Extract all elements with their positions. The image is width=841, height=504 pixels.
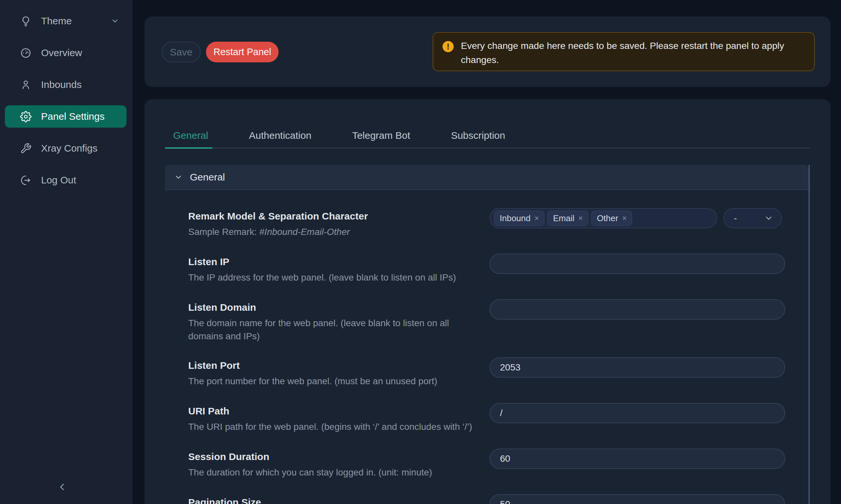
field-description: Sample Remark: #Inbound-Email-Other	[188, 226, 513, 238]
sidebar-item-inbounds[interactable]: Inbounds	[5, 73, 126, 96]
gear-icon	[20, 111, 32, 122]
toolbar-card: Save Restart Panel ! Every change made h…	[144, 16, 830, 87]
save-button[interactable]: Save	[161, 42, 201, 62]
tab-authentication[interactable]: Authentication	[241, 127, 320, 144]
alert-text: Every change made here needs to be saved…	[461, 39, 806, 67]
general-form: Remark Model & Separation Character Samp…	[165, 191, 808, 504]
tab-general[interactable]: General	[165, 127, 217, 144]
sidebar-item-label: Log Out	[41, 175, 76, 186]
form-row-uri-path: URI Path The URI path for the web panel.…	[188, 404, 788, 434]
chevron-down-icon	[174, 173, 183, 181]
tab-subscription[interactable]: Subscription	[443, 127, 513, 144]
sidebar-item-label: Panel Settings	[41, 111, 104, 122]
listen-domain-input[interactable]	[490, 299, 785, 320]
tab-telegram-bot[interactable]: Telegram Bot	[344, 127, 418, 144]
tag-label: Other	[597, 213, 618, 223]
gauge-icon	[20, 47, 32, 59]
tabs: General Authentication Telegram Bot Subs…	[165, 127, 538, 144]
field-description: The URI path for the web panel. (begins …	[188, 420, 513, 433]
restart-panel-button[interactable]: Restart Panel	[206, 42, 279, 62]
tag-inbound: Inbound×	[494, 211, 544, 226]
remark-model-multiselect[interactable]: Inbound× Email× Other×	[490, 208, 717, 228]
main-content: Save Restart Panel ! Every change made h…	[132, 0, 841, 504]
sidebar-item-label: Inbounds	[41, 79, 82, 90]
sidebar-item-theme[interactable]: Theme	[5, 10, 126, 32]
general-section-header[interactable]: General	[165, 165, 808, 190]
field-label: Listen Domain	[188, 300, 477, 315]
sidebar-collapse-button[interactable]	[56, 481, 68, 493]
warning-alert: ! Every change made here needs to be sav…	[433, 32, 815, 71]
remove-tag-icon[interactable]: ×	[578, 214, 582, 223]
field-description: The domain name for the web panel. (leav…	[188, 317, 477, 343]
form-row-remark-model: Remark Model & Separation Character Samp…	[188, 209, 788, 239]
warning-icon: !	[443, 41, 454, 52]
remove-tag-icon[interactable]: ×	[534, 214, 539, 223]
field-description: The port number for the web panel. (must…	[188, 375, 513, 388]
form-row-listen-domain: Listen Domain The domain name for the we…	[188, 300, 788, 343]
field-description: The IP address for the web panel. (leave…	[188, 271, 513, 284]
field-label: Listen IP	[188, 255, 513, 269]
sidebar-item-xray-configs[interactable]: Xray Configs	[5, 137, 126, 160]
remove-tag-icon[interactable]: ×	[622, 214, 627, 223]
settings-card: General Authentication Telegram Bot Subs…	[144, 99, 830, 504]
sidebar-item-overview[interactable]: Overview	[5, 42, 126, 64]
pagination-size-input[interactable]	[490, 494, 785, 504]
sidebar-item-label: Overview	[41, 47, 82, 58]
tag-other: Other×	[591, 211, 632, 226]
sidebar: Theme Overview Inbounds	[0, 0, 132, 504]
separator-select[interactable]: -	[723, 208, 782, 228]
active-tab-indicator	[165, 147, 212, 149]
tag-label: Inbound	[500, 213, 531, 223]
sidebar-item-log-out[interactable]: Log Out	[5, 169, 126, 191]
bulb-icon	[20, 15, 32, 27]
tag-email: Email×	[547, 211, 588, 226]
uri-path-input[interactable]	[490, 403, 785, 423]
field-label: Listen Port	[188, 358, 513, 373]
sidebar-nav: Theme Overview Inbounds	[0, 0, 132, 191]
chevron-left-icon	[56, 489, 68, 493]
field-description: The duration for which you can stay logg…	[188, 466, 513, 479]
sample-remark-value: #Inbound-Email-Other	[259, 227, 349, 237]
sidebar-item-label: Theme	[41, 15, 72, 26]
sidebar-item-panel-settings[interactable]: Panel Settings	[5, 105, 126, 128]
field-label: Pagination Size	[188, 495, 513, 504]
wrench-icon	[20, 143, 32, 154]
session-duration-input[interactable]	[490, 449, 785, 469]
chevron-down-icon	[111, 17, 119, 25]
section-title: General	[190, 172, 225, 183]
tag-label: Email	[553, 213, 574, 223]
field-label: Session Duration	[188, 450, 513, 464]
form-row-listen-ip: Listen IP The IP address for the web pan…	[188, 255, 788, 285]
tabs-divider	[165, 148, 811, 148]
listen-ip-input[interactable]	[490, 254, 785, 274]
listen-port-input[interactable]	[490, 357, 785, 378]
form-row-pagination-size: Pagination Size	[188, 495, 788, 504]
field-label: URI Path	[188, 404, 513, 418]
logout-icon	[20, 175, 32, 186]
sidebar-item-label: Xray Configs	[41, 143, 98, 154]
form-row-session-duration: Session Duration The duration for which …	[188, 450, 788, 480]
sample-remark-prefix: Sample Remark:	[188, 227, 259, 237]
vertical-scrollbar[interactable]	[808, 165, 810, 504]
chevron-down-icon	[764, 214, 773, 223]
separator-value: -	[734, 213, 737, 223]
user-icon	[20, 79, 32, 91]
field-label: Remark Model & Separation Character	[188, 209, 513, 223]
form-row-listen-port: Listen Port The port number for the web …	[188, 358, 788, 389]
app-root: Theme Overview Inbounds	[0, 0, 841, 504]
